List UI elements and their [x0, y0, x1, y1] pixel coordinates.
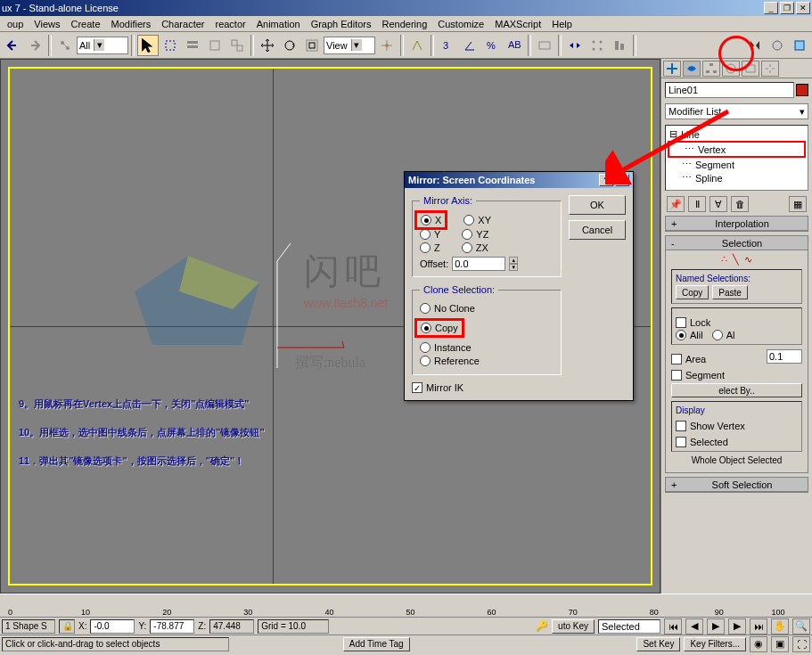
- remove-button[interactable]: 🗑: [731, 196, 749, 212]
- mirror-button[interactable]: [564, 35, 586, 56]
- alil-radio[interactable]: Alil: [676, 330, 703, 340]
- nav-max-button[interactable]: ⛶: [792, 636, 810, 652]
- autokey-button[interactable]: uto Key: [552, 619, 595, 634]
- add-time-tag-button[interactable]: Add Time Tag: [343, 637, 410, 651]
- schematic-view-button[interactable]: [722, 35, 743, 56]
- play-button[interactable]: ▶: [707, 618, 725, 635]
- soft-selection-header[interactable]: +Soft Selection: [666, 478, 808, 492]
- axis-yz-radio[interactable]: YZ: [462, 229, 488, 240]
- time-ruler[interactable]: 0 10 20 30 40 50 60 70 80 90 100: [0, 594, 812, 617]
- dialog-close-button[interactable]: ✕: [615, 174, 629, 186]
- ref-coord-combo[interactable]: View▾: [324, 37, 375, 54]
- snap-toggle[interactable]: 3: [437, 35, 458, 56]
- redo-button[interactable]: [24, 35, 45, 56]
- key-filters-button[interactable]: Key Filters...: [684, 637, 746, 651]
- move-tool[interactable]: [257, 35, 278, 56]
- unique-button[interactable]: ∀: [709, 196, 727, 212]
- rotate-tool[interactable]: [279, 35, 300, 56]
- copy-sel-button[interactable]: Copy: [676, 285, 709, 299]
- scale-tool[interactable]: [301, 35, 323, 56]
- show-result-button[interactable]: Ⅱ: [688, 196, 706, 212]
- percent-snap-toggle[interactable]: %: [481, 35, 503, 56]
- keymode-combo[interactable]: Selected: [598, 619, 660, 634]
- menu-animation[interactable]: Animation: [251, 17, 306, 31]
- modify-tab[interactable]: [683, 61, 701, 77]
- spinner-snap-toggle[interactable]: ABC: [504, 35, 525, 56]
- interpolation-rollout-header[interactable]: +Interpolation: [666, 217, 808, 231]
- viewport[interactable]: 闪吧 www.flash8.net 撰写:nebula 9。用鼠标再在Verte…: [0, 59, 660, 594]
- menu-help[interactable]: Help: [546, 17, 578, 31]
- area-checkbox[interactable]: Area: [671, 354, 706, 364]
- create-tab[interactable]: [663, 61, 681, 77]
- tree-item-vertex[interactable]: ⋯Vertex: [670, 143, 803, 156]
- lock-checkbox[interactable]: Lock: [676, 317, 798, 328]
- spline-selmode-icon[interactable]: ∿: [744, 254, 752, 266]
- offset-spinner[interactable]: 0.0: [452, 257, 505, 271]
- clone-none-radio[interactable]: No Clone: [420, 303, 554, 314]
- link-button[interactable]: [54, 35, 76, 56]
- axis-xy-radio[interactable]: XY: [463, 214, 491, 226]
- mirror-tool-button[interactable]: [744, 35, 766, 56]
- material-editor-button[interactable]: [767, 35, 788, 56]
- tree-root-line[interactable]: ⊟Line: [668, 127, 806, 141]
- window-crossing-button[interactable]: [226, 35, 248, 56]
- nav-zoom-button[interactable]: 🔍: [792, 618, 810, 635]
- ok-button[interactable]: OK: [569, 195, 626, 215]
- paste-sel-button[interactable]: Paste: [712, 285, 748, 299]
- align-button[interactable]: [609, 35, 630, 56]
- vertex-selmode-icon[interactable]: ∴: [721, 254, 727, 266]
- close-button[interactable]: ✕: [796, 2, 810, 14]
- goto-start-button[interactable]: ⏮: [664, 618, 682, 635]
- axis-x-radio[interactable]: X: [421, 215, 441, 225]
- menu-rendering[interactable]: Rendering: [377, 17, 433, 31]
- key-icon[interactable]: 🔑: [536, 620, 548, 632]
- axis-z-radio[interactable]: Z: [420, 242, 440, 253]
- nav-pan-button[interactable]: ✋: [771, 618, 789, 635]
- select-by-button[interactable]: elect By..: [671, 383, 802, 397]
- lock-icon[interactable]: 🔒: [59, 619, 75, 634]
- show-vertex-checkbox[interactable]: Show Vertex: [676, 421, 798, 431]
- menu-views[interactable]: Views: [29, 17, 65, 31]
- angle-snap-toggle[interactable]: [459, 35, 480, 56]
- named-sel-button[interactable]: [534, 35, 555, 56]
- object-color-swatch[interactable]: [796, 84, 808, 96]
- setkey-button[interactable]: Set Key: [636, 637, 680, 651]
- z-coord-field[interactable]: 47.448: [209, 619, 254, 634]
- al-radio[interactable]: Al: [712, 330, 735, 340]
- select-name-button[interactable]: [182, 35, 203, 56]
- modifier-list-combo[interactable]: Modifier List▾: [665, 103, 808, 119]
- y-coord-field[interactable]: -78.877: [150, 619, 194, 634]
- selection-rollout-header[interactable]: -Selection: [666, 236, 808, 250]
- segment-checkbox[interactable]: Segment: [671, 370, 802, 381]
- motion-tab[interactable]: [722, 61, 740, 77]
- menu-modifiers[interactable]: Modifiers: [106, 17, 157, 31]
- x-coord-field[interactable]: -0.0: [90, 619, 135, 634]
- dialog-help-button[interactable]: ?: [599, 174, 613, 186]
- select-region-button[interactable]: [204, 35, 226, 56]
- utilities-tab[interactable]: [761, 61, 779, 77]
- menu-character[interactable]: Character: [156, 17, 209, 31]
- menu-graph-editors[interactable]: Graph Editors: [306, 17, 377, 31]
- prev-frame-button[interactable]: ◀: [685, 618, 703, 635]
- dialog-titlebar[interactable]: Mirror: Screen Coordinates ? ✕: [405, 172, 633, 188]
- selection-filter-combo[interactable]: All▾: [77, 37, 128, 54]
- render-button[interactable]: [789, 35, 810, 56]
- clone-instance-radio[interactable]: Instance: [420, 342, 554, 353]
- tree-item-spline[interactable]: ⋯Spline: [668, 171, 806, 184]
- object-name-input[interactable]: Line01: [665, 82, 794, 98]
- axis-zx-radio[interactable]: ZX: [462, 242, 488, 253]
- modifier-stack[interactable]: ⊟Line ⋯Vertex ⋯Segment ⋯Spline: [665, 125, 808, 191]
- pin-stack-button[interactable]: 📌: [667, 196, 685, 212]
- nav-fov-button[interactable]: ▣: [771, 636, 789, 652]
- clone-reference-radio[interactable]: Reference: [420, 356, 554, 366]
- next-frame-button[interactable]: ▶: [728, 618, 746, 635]
- restore-button[interactable]: ❐: [780, 2, 794, 14]
- mirror-ik-checkbox[interactable]: ✓Mirror IK: [412, 382, 562, 393]
- array-button[interactable]: [586, 35, 608, 56]
- menu-group[interactable]: oup: [2, 17, 29, 31]
- menu-customize[interactable]: Customize: [432, 17, 489, 31]
- selected-checkbox[interactable]: Selected: [676, 437, 798, 447]
- segment-selmode-icon[interactable]: ╲: [733, 254, 739, 266]
- menu-create[interactable]: Create: [66, 17, 106, 31]
- clone-copy-radio[interactable]: Copy: [421, 323, 458, 333]
